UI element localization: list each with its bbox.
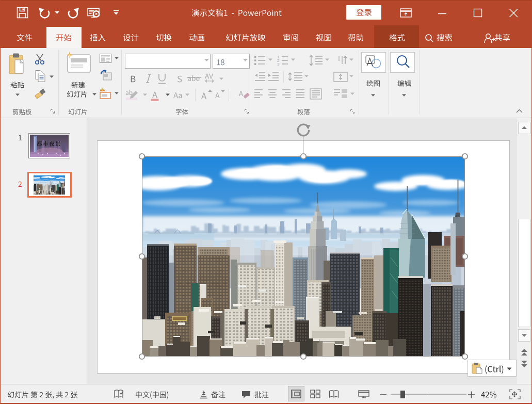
svg-text:3: 3	[277, 62, 280, 67]
